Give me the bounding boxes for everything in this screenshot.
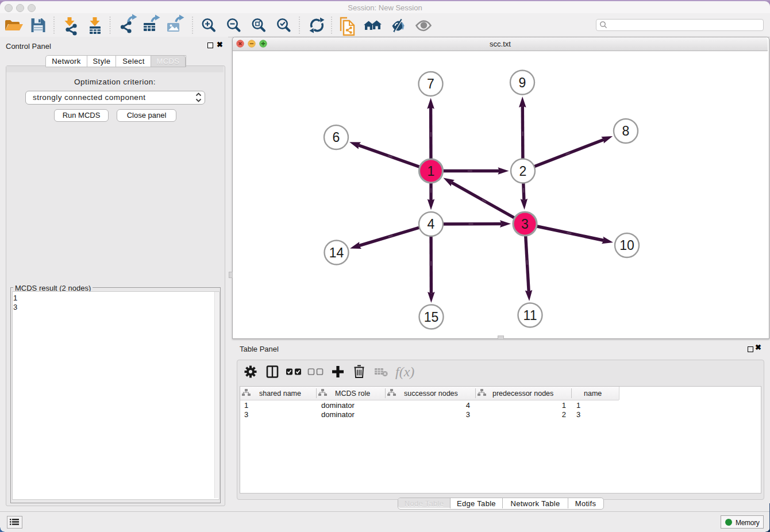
svg-text:10: 10	[619, 238, 634, 253]
svg-text:7: 7	[427, 76, 434, 91]
svg-text:8: 8	[622, 124, 630, 138]
svg-text:2: 2	[519, 164, 527, 179]
svg-text:f(x): f(x)	[395, 364, 414, 379]
svg-text:1: 1	[428, 164, 435, 179]
svg-text:11: 11	[523, 308, 537, 323]
svg-text:4: 4	[428, 217, 435, 232]
svg-text:14: 14	[329, 245, 344, 260]
svg-text:9: 9	[519, 75, 526, 90]
svg-text:15: 15	[424, 310, 439, 325]
svg-text:6: 6	[333, 130, 340, 145]
svg-text:3: 3	[521, 217, 529, 232]
